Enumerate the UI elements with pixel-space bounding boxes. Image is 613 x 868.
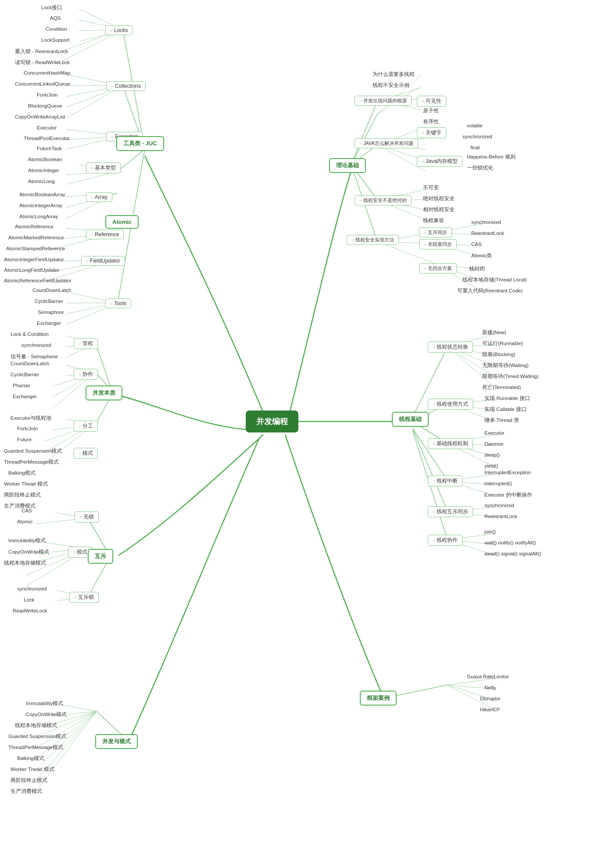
leaf-concurrentlinkedqueue: ConcurrentLinkedQueue [13,80,72,87]
leaf-interruptedexception: InterruptedException [483,469,533,476]
mindmap-container: 并发编程 工具类 - JUC Locks Lock接口 AQS Conditio… [0,0,613,868]
leaf-guava-ratelimitor: Guava RateLimitor [465,673,511,680]
leaf-immutability-pattern: Immutability模式 [24,699,65,708]
leaf-volatile: volatile [465,122,484,129]
leaf-waiting: 无限期等待(Waiting) [480,361,531,370]
leaf-threadlocal-pattern: 线程本地存储模式 [13,721,59,730]
leaf-atomicreference: AtomicReference [13,223,55,230]
svg-line-35 [351,101,377,165]
leaf-cas: CAS [470,241,484,248]
node-concurrent-essence: 并发本质 [86,385,122,400]
leaf-lock-condition: Lock & Condition [9,331,50,338]
leaf-copyonwrite-mutual: CopyOnWrite模式 [7,548,51,556]
leaf-thread-compatible: 线程兼容 [421,216,446,225]
leaf-balking: Balking模式 [7,469,37,477]
leaf-workerthread: Worker Thead 模式 [2,480,50,488]
node-division: 分工 [74,421,98,432]
node-mutex-lock: 互斥锁 [69,592,99,603]
leaf-threadlocal-mutual: 线程本地存储模式 [2,559,48,567]
leaf-runnable: 可运行(Runnable) [480,339,525,348]
leaf-guarded-pattern: Guarded Suspension模式 [7,732,68,741]
leaf-blocking: 阻塞(Blocking) [480,350,517,359]
leaf-forkjoin-col: Fork/Join [35,91,59,98]
node-coop: 协作 [74,369,98,380]
leaf-threadpoolexecutor: ThreadPoolExecutor [22,135,72,142]
leaf-lock-interface: Lock接口 [39,4,64,12]
svg-line-91 [96,343,112,391]
leaf-happens-before: Happens-Before 规则 [465,153,517,161]
leaf-terminated: 死亡(Terminated) [480,383,523,392]
center-node: 并发编程 [246,411,298,432]
leaf-exchanger-coop: Exchanger [11,393,39,400]
leaf-join: join() [483,528,498,535]
node-keyword: 关键字 [417,127,446,138]
node-theory: 理论基础 [329,158,366,173]
leaf-atomicboolean: AtomicBoolean [26,156,64,163]
leaf-atomiclongfieldupdator: AtomicLongFieldUpdator [2,267,61,274]
node-framework: 框架案例 [360,691,397,706]
leaf-cyclicbarrier-juc: CyclicBarrier [33,298,65,305]
leaf-blockingqueue: BlockingQueue [26,102,64,109]
node-array: Array [86,192,112,202]
leaf-reentrantlock: 重入锁 - ReentrantLock [13,47,70,56]
leaf-lock-mutual: Lock [22,596,36,603]
leaf-atomicreferencefield: AtomicReferenceFieldUpdator [2,277,73,284]
leaf-wait-notify: wait() notify() notifyAll() [483,539,538,546]
leaf-runnable-iface: 实现 Runnable 接口 [483,394,532,403]
svg-line-40 [377,75,421,114]
leaf-reentrant-code: 可重入代码(Reentrant Code) [455,287,524,295]
node-java-memory: Java内存模型 [417,156,462,167]
leaf-workerthread-pattern: Worker Thead 模式 [9,765,56,774]
leaf-synchronized-impl: synchronized [470,219,503,226]
leaf-atomicbooleanarray: AtomicBooleanArray [18,191,67,198]
leaf-synchronized-mutex: synchronized [483,502,516,509]
leaf-final: final [469,144,481,151]
leaf-synchronized-theory: synchronized [461,133,494,140]
leaf-stack-closure: 栈封闭 [467,265,487,273]
node-nonblock-sync: 非阻塞同步 [419,239,457,249]
leaf-why-multithread: 为什么需要多线程 [371,70,416,79]
leaf-producer-consumer-pattern: 生产消费模式 [9,787,44,796]
leaf-interrupted: interrupted() [483,480,514,487]
leaf-atomic-class: Atomic类 [470,252,494,260]
leaf-atomicmarkedreference: AtomicMarkedReference [7,234,66,241]
node-thread-safety-impl: 线程安全实现方法 [347,235,399,245]
leaf-await-signal: await() signal() signalAll() [483,550,543,557]
leaf-atomicstampedreference: AtomicStampedReference [4,245,67,252]
leaf-reentrantlock-mutex: ReentrantLock [483,513,519,520]
leaf-balking-pattern: Balking模式 [15,754,46,763]
node-concurrent-problem: 并发出现问题的根源 [355,96,412,106]
lines-svg [0,0,613,868]
node-reference: Reference [86,230,124,239]
leaf-timed-waiting: 限期等待(Timed Waiting) [480,372,540,381]
leaf-atomicity: 原子性 [421,107,441,115]
node-collections: Collections [106,81,146,91]
leaf-executor: Executor [35,124,58,131]
leaf-threadlocal: 线程本地存储(Thread Local) [461,276,529,284]
leaf-future-division: Future [15,436,33,443]
leaf-exchanger-juc: Exchanger [35,320,63,327]
leaf-reentrantlock-impl: ReentrantLock [470,230,506,237]
node-nosync: 无同步方案 [419,263,457,274]
node-mutual-sync: 互斥同步 [419,227,452,238]
leaf-yield: yield() [483,462,500,469]
leaf-copyonwrite-pattern: CopyOnWrite模式 [24,710,68,719]
leaf-cas-nolock: CAS [20,507,34,514]
leaf-countdownlatch: CountDownLatch [31,287,73,294]
leaf-executor-mech: Executor [483,429,506,436]
leaf-lock-optimization: 一些锁优化 [465,164,495,172]
leaf-synchronized-monitor: synchronized [20,342,53,349]
leaf-immutable: 不可变 [421,184,441,192]
node-thread-state: 线程状态转换 [428,342,473,353]
leaf-readwritelock: 读写锁 - ReadWriteLock [13,58,72,67]
node-locks: Locks [105,25,133,35]
leaf-daemon: Daemon [483,440,505,447]
node-thread-coop: 线程协作 [428,535,462,546]
leaf-ordering: 有序性 [421,118,441,126]
leaf-condition: Condition [44,25,69,32]
leaf-extend-thread: 继承 Thread 类 [483,416,521,425]
node-thread-basic: 线程基础 [392,412,429,427]
node-thread-mutex: 线程互斥同步 [428,506,473,517]
node-fieldupdator: FieldUpdator [81,256,125,266]
leaf-copyonwritearraylist: CopyOnWriteArrayList [13,113,67,120]
